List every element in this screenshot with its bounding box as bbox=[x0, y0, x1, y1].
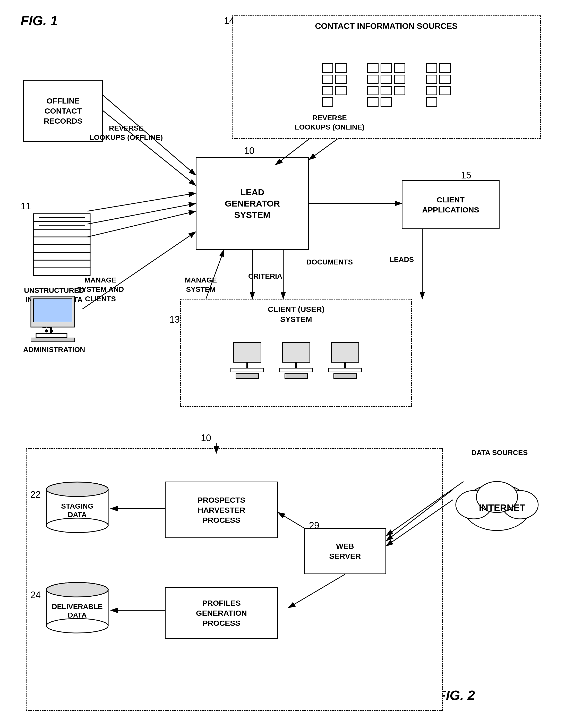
num-15: 15 bbox=[461, 170, 471, 181]
svg-text:DATA: DATA bbox=[68, 611, 87, 619]
svg-point-39 bbox=[46, 518, 108, 533]
svg-rect-15 bbox=[31, 338, 75, 342]
svg-line-19 bbox=[103, 111, 196, 186]
manage-system-clients-label: MANAGESYSTEM ANDCLIENTS bbox=[67, 275, 134, 304]
svg-line-20 bbox=[88, 193, 196, 211]
svg-point-45 bbox=[46, 619, 108, 633]
prospects-harvester-box: PROSPECTSHARVESTERPROCESS bbox=[165, 482, 278, 538]
client-applications-box: CLIENTAPPLICATIONS bbox=[402, 180, 500, 229]
unstructured-internet-data-icon bbox=[31, 196, 93, 283]
num-14: 14 bbox=[224, 15, 234, 26]
deliverable-data-cylinder: DELIVERABLE DATA bbox=[44, 582, 111, 639]
manage-system-label: MANAGESYSTEM bbox=[175, 275, 227, 294]
web-server-box: WEBSERVER bbox=[304, 528, 386, 574]
svg-text:INTERNET: INTERNET bbox=[479, 503, 525, 513]
svg-rect-4 bbox=[33, 237, 90, 245]
fig2-label: FIG. 2 bbox=[438, 688, 475, 703]
reverse-lookups-online-label: REVERSELOOKUPS (ONLINE) bbox=[283, 113, 376, 132]
svg-rect-14 bbox=[36, 333, 67, 338]
contact-information-sources-box: CONTACT INFORMATION SOURCES bbox=[232, 15, 541, 139]
num-22: 22 bbox=[30, 489, 41, 500]
leads-label: LEADS bbox=[381, 255, 422, 264]
lead-generator-system-box: LEADGENERATORSYSTEM bbox=[196, 157, 309, 250]
svg-point-40 bbox=[46, 482, 108, 496]
svg-rect-12 bbox=[33, 299, 72, 322]
client-user-system-box: CLIENT (USER)SYSTEM bbox=[180, 299, 412, 407]
reverse-lookups-offline-label: REVERSELOOKUPS (OFFLINE) bbox=[80, 124, 172, 142]
svg-rect-1 bbox=[33, 260, 90, 268]
svg-rect-2 bbox=[33, 252, 90, 260]
svg-point-17 bbox=[50, 329, 53, 332]
svg-point-16 bbox=[45, 329, 48, 332]
svg-rect-0 bbox=[33, 268, 90, 275]
num-11: 11 bbox=[21, 201, 31, 212]
svg-text:DATA: DATA bbox=[68, 511, 87, 519]
criteria-label: CRITERIA bbox=[245, 272, 286, 281]
contact-info-sources-label: CONTACT INFORMATION SOURCES bbox=[233, 21, 540, 32]
data-sources-label: DATA SOURCES bbox=[459, 448, 541, 457]
fig1-label: FIG. 1 bbox=[21, 13, 58, 28]
internet-cloud-icon: INTERNET bbox=[453, 471, 541, 538]
profiles-generation-box: PROFILESGENERATIONPROCESS bbox=[165, 587, 278, 639]
num-10b: 10 bbox=[201, 433, 211, 443]
svg-line-22 bbox=[88, 211, 196, 237]
num-10a: 10 bbox=[244, 145, 255, 156]
svg-rect-3 bbox=[33, 245, 90, 252]
svg-text:DELIVERABLE: DELIVERABLE bbox=[52, 603, 103, 610]
svg-line-21 bbox=[88, 203, 196, 224]
administration-label: ADMINISTRATION bbox=[23, 345, 85, 354]
svg-line-24 bbox=[309, 139, 337, 160]
svg-point-46 bbox=[46, 583, 108, 597]
svg-text:STAGING: STAGING bbox=[61, 502, 93, 510]
num-13: 13 bbox=[169, 314, 180, 325]
staging-data-cylinder: STAGING DATA bbox=[44, 482, 111, 538]
documents-label: DOCUMENTS bbox=[304, 258, 356, 267]
num-24: 24 bbox=[30, 590, 41, 600]
